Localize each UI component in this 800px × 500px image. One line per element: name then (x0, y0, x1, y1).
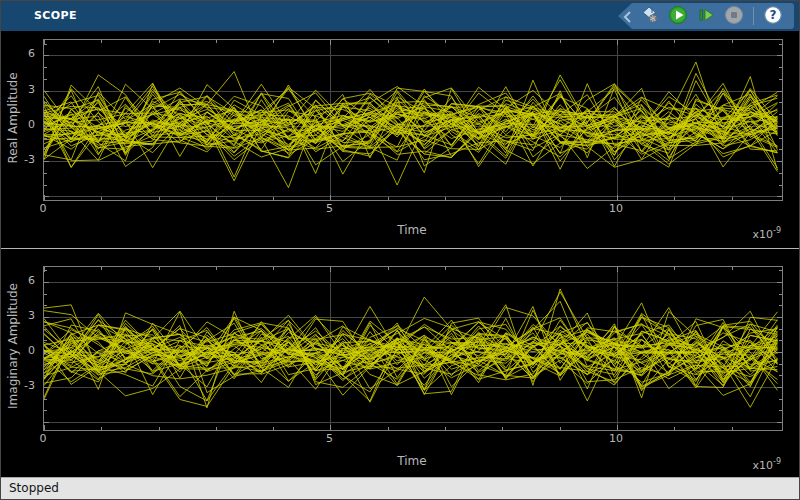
step-forward-button[interactable] (694, 4, 718, 28)
x-tick-label: 0 (40, 202, 47, 215)
plot-area-imaginary (43, 266, 783, 431)
toolbar-collapse-chevron-icon[interactable] (622, 9, 632, 28)
run-button[interactable] (666, 4, 690, 28)
scope-window: SCOPE (0, 0, 800, 500)
y-tick-label: -3 (1, 379, 35, 392)
exponent-label-real: x10-9 (753, 226, 782, 241)
gear-icon (640, 5, 660, 28)
y-tick-label: -3 (1, 153, 35, 166)
plot-area-real (43, 39, 783, 201)
question-mark-icon: ? (763, 5, 783, 28)
titlebar: SCOPE (1, 1, 799, 31)
x-tick-label: 5 (326, 202, 333, 215)
x-tick-label: 10 (609, 202, 623, 215)
y-tick-label: 3 (1, 309, 35, 322)
statusbar: Stopped (1, 477, 799, 499)
x-tick-label: 0 (40, 432, 47, 445)
stop-button[interactable] (722, 4, 746, 28)
play-icon (668, 5, 688, 28)
x-tick-label: 10 (609, 432, 623, 445)
toolbar: ? (618, 3, 794, 29)
svg-text:?: ? (770, 8, 777, 22)
plot-canvas-imaginary[interactable] (44, 267, 782, 430)
time-axis-label-imaginary: Time (367, 454, 457, 468)
help-button[interactable]: ? (761, 4, 785, 28)
stop-icon (724, 5, 744, 28)
y-tick-label: 6 (1, 274, 35, 287)
x-tick-label: 5 (326, 432, 333, 445)
configuration-properties-button[interactable] (638, 4, 662, 28)
panel-divider (1, 248, 800, 249)
toolbar-separator (753, 7, 754, 25)
exponent-label-imaginary: x10-9 (753, 457, 782, 472)
y-tick-label: 0 (1, 344, 35, 357)
time-axis-label-real: Time (367, 223, 457, 237)
y-tick-label: 6 (1, 47, 35, 60)
status-text: Stopped (9, 481, 59, 495)
plot-canvas-real[interactable] (44, 40, 782, 200)
y-tick-label: 0 (1, 118, 35, 131)
step-forward-icon (696, 5, 716, 28)
y-tick-label: 3 (1, 83, 35, 96)
plot-region: Real Amplitude Time x10-9 Imaginary Ampl… (1, 31, 800, 479)
tab-scope[interactable]: SCOPE (34, 9, 77, 22)
